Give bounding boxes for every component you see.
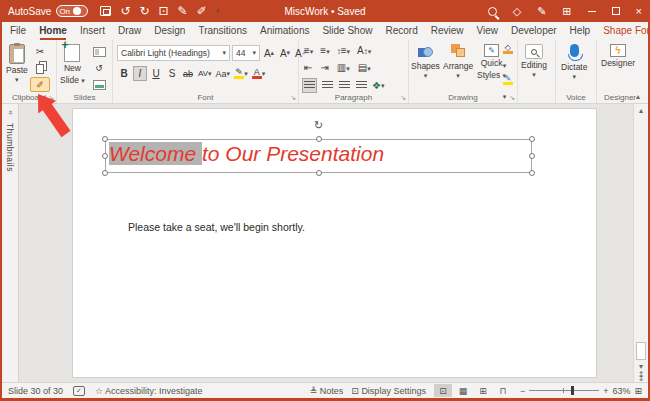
smartart-button[interactable]: ❖▾ [371,78,385,93]
align-right-button[interactable] [337,78,351,93]
layout-button[interactable] [89,44,109,59]
search-icon[interactable] [488,7,497,16]
align-text-button[interactable]: ▤▾ [358,62,371,73]
handle-bottom-center[interactable] [316,170,322,176]
undo-icon[interactable]: ↺ [120,4,130,18]
character-spacing-button[interactable]: AV▾ [197,66,213,81]
underline-button[interactable]: U [149,66,163,81]
tab-animations[interactable]: Animations [260,22,309,40]
tab-insert[interactable]: Insert [80,22,105,40]
drawing-dialog-launcher[interactable]: ↘ [509,94,515,102]
slideshow-view-button[interactable]: ⊓ [494,384,512,397]
line-spacing-button[interactable]: ↕≡▾ [337,45,350,56]
italic-button[interactable]: I [133,66,147,81]
draw-pen-icon[interactable]: ✎ [178,4,188,18]
font-color-button[interactable]: A ▾ [251,66,267,81]
strikethrough-button[interactable]: ab [181,66,195,81]
display-settings-button[interactable]: ⊡ Display Settings [351,386,426,396]
window-grid-icon[interactable]: ⊞ [562,5,571,18]
maximize-icon[interactable] [612,7,620,15]
align-center-button[interactable] [320,78,334,93]
zoom-level[interactable]: 63% [612,386,630,396]
minimize-icon[interactable] [588,11,596,12]
pencil-icon[interactable]: ✎ [537,5,546,18]
vertical-scrollbar[interactable]: ▴ ▾ ↥ ↧ [633,104,648,382]
font-name-combobox[interactable]: Calibri Light (Headings) ▾ [117,45,230,61]
accessibility-status[interactable]: ☆ Accessibility: Investigate [95,386,203,396]
slide-canvas[interactable]: ↻ Welcome to Our Presentation Please tak… [72,108,597,378]
decrease-indent-button[interactable]: ⇤ [304,62,312,73]
qat-overflow-icon[interactable]: ▾ [216,7,220,15]
font-dialog-launcher[interactable]: ↘ [290,94,296,102]
tab-draw[interactable]: Draw [118,22,141,40]
tab-record[interactable]: Record [385,22,417,40]
align-left-button[interactable] [302,78,317,93]
grow-font-button[interactable]: A▴ [262,46,276,61]
tab-developer[interactable]: Developer [511,22,557,40]
section-button[interactable] [89,77,109,92]
collapse-ribbon-icon[interactable]: ▴ [636,92,640,101]
designer-button[interactable]: ϟ Designer [601,44,635,69]
title-textbox[interactable]: ↻ Welcome to Our Presentation [105,139,532,173]
tab-slide-show[interactable]: Slide Show [322,22,372,40]
tab-shape-format[interactable]: Shape Format [603,22,650,40]
normal-view-button[interactable]: ⊡ [434,384,452,397]
new-slide-button[interactable]: New Slide ▾ [60,44,85,86]
tab-review[interactable]: Review [431,22,464,40]
notes-button[interactable]: ≜ Notes [310,386,344,396]
scrollbar-thumb[interactable] [636,342,646,360]
slide-indicator[interactable]: Slide 30 of 30 [8,386,63,396]
autosave-control[interactable]: AutoSave On [8,5,88,17]
fit-to-window-icon[interactable]: ⊞ [634,386,642,396]
shrink-font-button[interactable]: A▾ [278,46,292,61]
handle-mid-left[interactable] [102,153,108,159]
paste-button[interactable]: Paste ▾ [6,44,28,84]
reset-button[interactable]: ↺ [89,60,109,75]
copy-button[interactable] [30,60,50,75]
justify-button[interactable] [354,78,368,93]
format-painter-button[interactable]: ✐ [30,77,50,92]
zoom-in-button[interactable]: + [603,386,608,396]
arrange-button[interactable]: Arrange ▾ [443,44,473,80]
font-size-combobox[interactable]: 44 ▾ [232,45,260,61]
shapes-button[interactable]: Shapes ▾ [411,44,440,80]
bullets-button[interactable]: ≡▾ [304,45,313,56]
bold-button[interactable]: B [117,66,131,81]
rotate-handle-icon[interactable]: ↻ [314,119,323,132]
handle-top-right[interactable] [529,136,535,142]
numbering-button[interactable]: ≡▾ [320,45,329,56]
paragraph-dialog-launcher[interactable]: ↘ [400,94,406,102]
handle-mid-right[interactable] [529,153,535,159]
slide-body-text[interactable]: Please take a seat, we'll begin shortly. [128,221,305,233]
close-icon[interactable]: × [636,5,642,17]
dictate-button[interactable]: Dictate ▾ [561,44,587,81]
start-slideshow-icon[interactable]: ⊡ [159,4,169,18]
save-icon[interactable] [100,6,111,16]
diamond-icon[interactable]: ◇ [513,5,521,18]
tab-help[interactable]: Help [570,22,591,40]
slide-title-text[interactable]: Welcome to Our Presentation [109,142,384,166]
shape-fill-button[interactable]: ◇▾ [503,44,513,72]
tab-transitions[interactable]: Transitions [198,22,247,40]
thumbnails-expand-icon[interactable]: » [6,105,15,121]
zoom-slider[interactable] [529,390,599,391]
thumbnails-panel[interactable]: » Thumbnails [2,104,19,382]
scroll-up-icon[interactable]: ▴ [634,106,648,115]
slide-sorter-view-button[interactable]: ▦ [454,384,472,397]
tab-design[interactable]: Design [154,22,185,40]
redo-icon[interactable]: ↻ [139,4,149,18]
columns-button[interactable]: ▥▾ [337,62,350,73]
text-shadow-button[interactable]: S [165,66,179,81]
autosave-toggle[interactable]: On [56,5,88,17]
zoom-slider-thumb[interactable] [571,386,574,395]
increase-indent-button[interactable]: ⇥ [320,62,328,73]
cut-button[interactable]: ✂ [30,44,50,59]
tab-view[interactable]: View [477,22,499,40]
laser-pen-icon[interactable]: ✐ [197,4,207,18]
handle-bottom-left[interactable] [102,170,108,176]
document-title[interactable]: MiscWork • Saved [284,6,365,17]
change-case-button[interactable]: Aa▾ [215,66,232,81]
handle-bottom-right[interactable] [529,170,535,176]
tab-file[interactable]: File [10,22,26,40]
handle-top-left[interactable] [102,136,108,142]
